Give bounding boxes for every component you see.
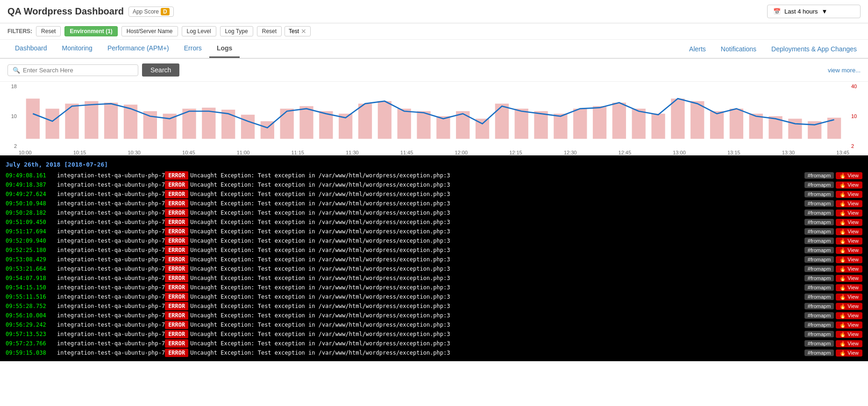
- environment-filter-button[interactable]: Environment (1): [64, 26, 117, 36]
- host-filter-button[interactable]: Host/Server Name: [121, 26, 178, 36]
- view-button[interactable]: 🔥 View: [836, 191, 862, 198]
- fromapm-button[interactable]: #fromapm: [804, 322, 834, 328]
- log-level-badge: ERROR: [165, 199, 188, 208]
- view-button[interactable]: 🔥 View: [836, 340, 862, 347]
- log-message: Uncaught Exception: Test exception in /v…: [190, 227, 804, 236]
- view-more-link[interactable]: view more...: [828, 67, 861, 74]
- fromapm-button[interactable]: #fromapm: [804, 191, 834, 197]
- fromapm-button[interactable]: #fromapm: [804, 219, 834, 225]
- view-button[interactable]: 🔥 View: [836, 284, 862, 291]
- log-actions: #fromapm 🔥 View: [804, 350, 862, 357]
- search-input[interactable]: [23, 67, 126, 74]
- time-selector[interactable]: 📅 Last 4 hours ▼: [767, 5, 861, 18]
- tab-notifications[interactable]: Notifications: [717, 41, 760, 57]
- tab-alerts[interactable]: Alerts: [685, 41, 710, 57]
- fromapm-button[interactable]: #fromapm: [804, 312, 834, 319]
- fromapm-button[interactable]: #fromapm: [804, 228, 834, 235]
- nav-tabs-left: Dashboard Monitoring Performance (APM+) …: [7, 40, 240, 58]
- view-button[interactable]: 🔥 View: [836, 294, 862, 301]
- fromapm-button[interactable]: #fromapm: [804, 294, 834, 300]
- reset-filter-button[interactable]: Reset: [36, 26, 61, 36]
- log-actions: #fromapm 🔥 View: [804, 303, 862, 310]
- view-button[interactable]: 🔥 View: [836, 322, 862, 329]
- search-row: 🔍 Search view more...: [0, 59, 868, 82]
- view-button[interactable]: 🔥 View: [836, 228, 862, 235]
- log-level-badge: ERROR: [165, 302, 188, 310]
- chart-y-left: 18 10 2: [7, 84, 19, 149]
- x-label-14: 13:30: [782, 150, 795, 155]
- fromapm-button[interactable]: #fromapm: [804, 247, 834, 253]
- log-level-badge: ERROR: [165, 293, 188, 301]
- fromapm-button[interactable]: #fromapm: [804, 210, 834, 216]
- view-button[interactable]: 🔥 View: [836, 312, 862, 319]
- x-label-5: 11:15: [291, 150, 304, 155]
- log-time: 09:49:08.161: [6, 171, 57, 180]
- view-button[interactable]: 🔥 View: [836, 303, 862, 310]
- search-button[interactable]: Search: [142, 63, 179, 77]
- table-row: 09:59:15.038 integration-test-qa-ubuntu-…: [6, 348, 862, 357]
- table-row: 09:56:29.242 integration-test-qa-ubuntu-…: [6, 320, 862, 329]
- view-button[interactable]: 🔥 View: [836, 200, 862, 207]
- fromapm-button[interactable]: #fromapm: [804, 172, 834, 179]
- view-button[interactable]: 🔥 View: [836, 331, 862, 338]
- log-time: 09:49:27.624: [6, 190, 57, 198]
- tag-reset-button[interactable]: Reset: [257, 26, 282, 36]
- log-server: integration-test-qa-ubuntu-php-7: [57, 181, 165, 189]
- log-time: 09:57:23.766: [6, 339, 57, 348]
- fromapm-button[interactable]: #fromapm: [804, 284, 834, 291]
- fire-icon: 🔥: [840, 201, 846, 207]
- log-time: 09:54:15.150: [6, 283, 57, 292]
- log-type-filter-button[interactable]: Log Type: [220, 26, 253, 36]
- x-label-1: 10:15: [73, 150, 86, 155]
- svg-rect-19: [398, 109, 411, 139]
- view-button[interactable]: 🔥 View: [836, 219, 862, 226]
- fromapm-button[interactable]: #fromapm: [804, 331, 834, 337]
- table-row: 09:57:23.766 integration-test-qa-ubuntu-…: [6, 339, 862, 348]
- tab-monitoring[interactable]: Monitoring: [55, 40, 100, 58]
- fromapm-button[interactable]: #fromapm: [804, 200, 834, 207]
- svg-rect-21: [436, 116, 450, 139]
- log-message: Uncaught Exception: Test exception in /v…: [190, 265, 804, 273]
- tab-deployments[interactable]: Deployments & App Changes: [768, 41, 861, 57]
- log-message: Uncaught Exception: Test exception in /v…: [190, 255, 804, 264]
- fromapm-button[interactable]: #fromapm: [804, 303, 834, 309]
- view-button[interactable]: 🔥 View: [836, 275, 862, 282]
- fromapm-button[interactable]: #fromapm: [804, 350, 834, 356]
- view-button[interactable]: 🔥 View: [836, 172, 862, 179]
- log-message: Uncaught Exception: Test exception in /v…: [190, 293, 804, 301]
- log-time: 09:50:28.182: [6, 209, 57, 217]
- fromapm-button[interactable]: #fromapm: [804, 238, 834, 244]
- svg-rect-31: [632, 109, 646, 139]
- log-level-filter-button[interactable]: Log Level: [182, 26, 216, 36]
- tab-performance[interactable]: Performance (APM+): [100, 40, 177, 58]
- fire-icon: 🔥: [840, 238, 846, 244]
- log-message: Uncaught Exception: Test exception in /v…: [190, 199, 804, 208]
- fromapm-button[interactable]: #fromapm: [804, 266, 834, 272]
- view-button[interactable]: 🔥 View: [836, 256, 862, 263]
- log-server: integration-test-qa-ubuntu-php-7: [57, 311, 165, 320]
- view-button[interactable]: 🔥 View: [836, 238, 862, 245]
- fromapm-button[interactable]: #fromapm: [804, 340, 834, 347]
- y-right-bot: 2: [851, 143, 861, 149]
- log-level-badge: ERROR: [165, 330, 188, 338]
- tab-dashboard[interactable]: Dashboard: [7, 40, 55, 58]
- fromapm-button[interactable]: #fromapm: [804, 182, 834, 188]
- view-button[interactable]: 🔥 View: [836, 266, 862, 273]
- view-button[interactable]: 🔥 View: [836, 210, 862, 217]
- tab-logs[interactable]: Logs: [209, 40, 240, 58]
- log-actions: #fromapm 🔥 View: [804, 238, 862, 245]
- log-message: Uncaught Exception: Test exception in /v…: [190, 339, 804, 348]
- filter-tag-close[interactable]: ✕: [301, 28, 306, 35]
- fire-icon: 🔥: [840, 219, 846, 225]
- fromapm-button[interactable]: #fromapm: [804, 256, 834, 263]
- log-server: integration-test-qa-ubuntu-php-7: [57, 218, 165, 226]
- view-button[interactable]: 🔥 View: [836, 182, 862, 189]
- fromapm-button[interactable]: #fromapm: [804, 275, 834, 281]
- table-row: 09:49:27.624 integration-test-qa-ubuntu-…: [6, 189, 862, 199]
- view-button[interactable]: 🔥 View: [836, 350, 862, 357]
- log-actions: #fromapm 🔥 View: [804, 247, 862, 254]
- tab-errors[interactable]: Errors: [177, 40, 209, 58]
- view-button[interactable]: 🔥 View: [836, 247, 862, 254]
- y-right-mid: 10: [851, 113, 861, 119]
- log-level-badge: ERROR: [165, 171, 188, 180]
